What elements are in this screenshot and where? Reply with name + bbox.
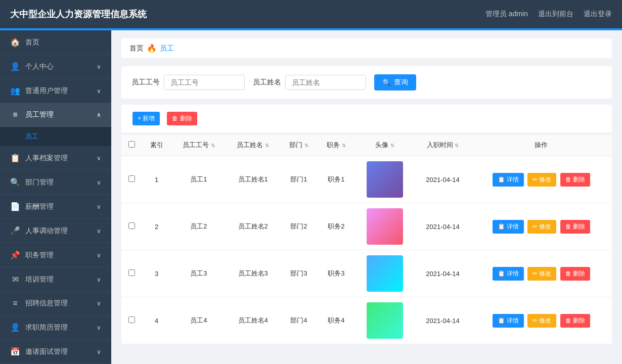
cell-dept: 部门3 <box>280 250 318 297</box>
search-icon-btn: 🔍 <box>382 78 391 86</box>
sort-icon-emp-id[interactable]: ⇅ <box>211 143 215 148</box>
chevron-down-icon-11: ∨ <box>97 348 101 355</box>
file-detail-icon: 📋 <box>498 176 505 183</box>
cell-position: 职务4 <box>318 297 355 344</box>
cell-position: 职务2 <box>318 203 355 250</box>
batch-delete-button[interactable]: 🗑 删除 <box>167 112 197 125</box>
cell-index: 3 <box>142 250 171 297</box>
row-checkbox-0[interactable] <box>128 175 135 182</box>
cell-emp-name: 员工姓名1 <box>226 156 280 203</box>
cell-emp-id: 员工1 <box>171 156 226 203</box>
avatar-4 <box>367 302 403 339</box>
sidebar-item-position[interactable]: 📌 职务管理 ∨ <box>0 243 111 267</box>
cell-join-date: 2021-04-14 <box>415 156 471 203</box>
sidebar-user-mgmt-label: 普通用户管理 <box>25 86 68 96</box>
emp-id-label: 员工工号 <box>131 78 160 87</box>
th-index: 素引 <box>142 134 171 156</box>
edit-button-4[interactable]: ✏ 修改 <box>527 314 556 328</box>
delete-button-2[interactable]: 🗑 删除 <box>560 220 590 234</box>
detail-button-2[interactable]: 📋 详情 <box>493 220 524 234</box>
sidebar-item-personal[interactable]: 👤 个人中心 ∨ <box>0 55 111 79</box>
edit-icon: ✏ <box>532 223 538 230</box>
sidebar-item-salary[interactable]: 📄 薪酬管理 ∨ <box>0 195 111 219</box>
header-actions: 管理员 admin 退出到前台 退出登录 <box>485 10 612 19</box>
cell-dept: 部门2 <box>280 203 318 250</box>
sidebar-item-employee-mgmt[interactable]: ≡ 员工管理 ∧ <box>0 103 111 127</box>
cell-join-date: 2021-04-14 <box>415 297 471 344</box>
menu-icon: ≡ <box>10 110 20 119</box>
row-checkbox-cell <box>121 297 142 344</box>
chevron-down-icon-10: ∨ <box>97 324 101 331</box>
delete-button-4[interactable]: 🗑 删除 <box>560 314 590 328</box>
chevron-up-icon: ∧ <box>97 111 101 118</box>
sidebar-item-training[interactable]: ✉ 培训管理 ∨ <box>0 267 111 292</box>
sidebar-employee-label: 员工 <box>25 132 38 140</box>
sort-icon-emp-name[interactable]: ⇅ <box>265 143 269 148</box>
sidebar-item-resume[interactable]: 👤 求职简历管理 ∨ <box>0 315 111 340</box>
cell-join-date: 2021-04-14 <box>415 203 471 250</box>
table-row: 4 员工4 员工姓名4 部门4 职务4 2021-04-14 📋 详情 ✏ 修改… <box>121 297 612 344</box>
row-checkbox-1[interactable] <box>128 222 135 229</box>
emp-id-input[interactable] <box>164 75 245 90</box>
pin-icon: 📌 <box>10 250 20 260</box>
sort-icon-avatar[interactable]: ⇅ <box>390 143 394 148</box>
doc-icon: 📄 <box>10 202 20 211</box>
users-icon: 👥 <box>10 86 20 96</box>
add-button[interactable]: + 新增 <box>132 112 160 125</box>
chevron-down-icon-3: ∨ <box>97 155 101 162</box>
sort-icon-dept[interactable]: ⇅ <box>304 143 308 148</box>
detail-button-1[interactable]: 📋 详情 <box>493 173 524 187</box>
chevron-down-icon-5: ∨ <box>97 203 101 210</box>
emp-name-input[interactable] <box>285 75 366 90</box>
sidebar-item-transfer[interactable]: 🎤 人事调动管理 ∨ <box>0 219 111 243</box>
sidebar-item-home[interactable]: 🏠 首页 <box>0 30 111 55</box>
sidebar-item-personnel[interactable]: 📋 人事档案管理 ∨ <box>0 146 111 170</box>
sidebar-item-employee[interactable]: 员工 <box>0 127 111 146</box>
logout-btn[interactable]: 退出登录 <box>584 10 612 19</box>
row-checkbox-2[interactable] <box>128 269 135 276</box>
sidebar-dept-label: 部门管理 <box>25 178 54 187</box>
person2-icon: 👤 <box>10 323 20 332</box>
avatar-1 <box>367 161 403 198</box>
th-emp-id: 员工工号 ⇅ <box>171 134 226 156</box>
chevron-down-icon-8: ∨ <box>97 276 101 283</box>
breadcrumb: 首页 🔥 员工 <box>121 38 612 58</box>
sidebar-item-recruit[interactable]: ≡ 招聘信息管理 ∨ <box>0 292 111 315</box>
detail-button-3[interactable]: 📋 详情 <box>493 267 524 281</box>
edit-icon: ✏ <box>532 317 538 324</box>
sidebar-personal-label: 个人中心 <box>25 62 54 71</box>
sidebar-item-interview[interactable]: 📅 邀请面试管理 ∨ <box>0 340 111 364</box>
sort-icon-position[interactable]: ⇅ <box>342 143 346 148</box>
th-join-date: 入职时间 ⇅ <box>415 134 471 156</box>
table-row: 2 员工2 员工姓名2 部门2 职务2 2021-04-14 📋 详情 ✏ 修改… <box>121 203 612 250</box>
sort-icon-join-date[interactable]: ⇅ <box>455 143 459 148</box>
cell-emp-name: 员工姓名4 <box>226 297 280 344</box>
th-checkbox <box>121 134 142 156</box>
cell-position: 职务1 <box>318 156 355 203</box>
chevron-down-icon-9: ∨ <box>97 300 101 307</box>
breadcrumb-home[interactable]: 首页 <box>129 44 144 53</box>
sidebar-interview-label: 邀请面试管理 <box>25 347 68 356</box>
row-checkbox-3[interactable] <box>128 316 135 323</box>
sidebar-item-dept[interactable]: 🔍 部门管理 ∨ <box>0 170 111 195</box>
edit-button-2[interactable]: ✏ 修改 <box>527 220 556 234</box>
select-all-checkbox[interactable] <box>128 141 135 148</box>
sidebar-item-user-mgmt[interactable]: 👥 普通用户管理 ∨ <box>0 79 111 103</box>
trash-icon: 🗑 <box>565 223 571 230</box>
delete-button-3[interactable]: 🗑 删除 <box>560 267 590 281</box>
cell-avatar <box>355 156 415 203</box>
delete-button-1[interactable]: 🗑 删除 <box>560 173 590 187</box>
edit-button-1[interactable]: ✏ 修改 <box>527 173 556 187</box>
th-position: 职务 ⇅ <box>318 134 355 156</box>
avatar-3 <box>367 255 403 292</box>
detail-button-4[interactable]: 📋 详情 <box>493 314 524 328</box>
search-button[interactable]: 🔍 查询 <box>374 74 416 90</box>
back-to-front-btn[interactable]: 退出到前台 <box>538 10 573 19</box>
edit-icon: ✏ <box>532 176 538 183</box>
action-bar: + 新增 🗑 删除 <box>121 105 612 132</box>
cell-ops: 📋 详情 ✏ 修改 🗑 删除 <box>471 297 612 344</box>
edit-button-3[interactable]: ✏ 修改 <box>527 267 556 281</box>
cell-avatar <box>355 250 415 297</box>
sidebar-transfer-label: 人事调动管理 <box>25 226 68 236</box>
file-detail-icon: 📋 <box>498 317 505 324</box>
